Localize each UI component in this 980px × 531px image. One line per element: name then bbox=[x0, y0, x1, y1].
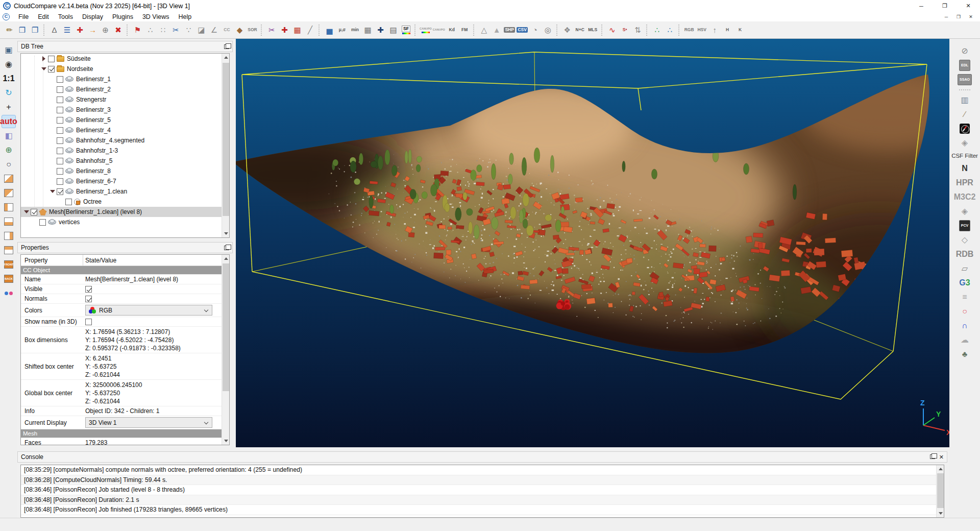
mdi-restore-icon[interactable]: ❐ bbox=[953, 13, 964, 20]
minimize-button[interactable]: ─ bbox=[910, 0, 933, 12]
tree-item[interactable]: Octree bbox=[21, 197, 229, 207]
toolbar-icon-plugin-puzzle[interactable]: ❖ bbox=[561, 23, 574, 36]
toolbar-icon-h-cloud[interactable]: H bbox=[721, 23, 734, 36]
toolbar-icon-match-scales-b[interactable]: ∴ bbox=[664, 23, 676, 36]
toolbar-icon-view-front[interactable] bbox=[2, 229, 16, 243]
toolbar-icon-rotate-view[interactable]: ↻ bbox=[2, 86, 16, 100]
mdi-child-icon[interactable]: C bbox=[3, 13, 10, 20]
toolbar-icon-delete[interactable]: ✖ bbox=[112, 23, 125, 36]
console-scrollbar[interactable] bbox=[936, 465, 944, 517]
toolbar-icon-normals-compute[interactable]: N+C bbox=[574, 23, 586, 36]
tree-item[interactable]: Berlinerstr_3 bbox=[21, 105, 229, 115]
toolbar-icon-export-csv[interactable]: CSV bbox=[516, 23, 529, 36]
toolbar-icon-display-options[interactable]: ▣ bbox=[2, 43, 16, 57]
toolbar-icon-kd-tree[interactable]: Kd bbox=[446, 23, 458, 36]
property-checkbox[interactable] bbox=[85, 286, 92, 293]
scroll-down-icon[interactable] bbox=[222, 437, 230, 445]
toolbar-icon-view-left[interactable] bbox=[2, 201, 16, 214]
toolbar-icon-view-right[interactable] bbox=[2, 215, 16, 228]
toolbar-icon-segment[interactable]: ✂ bbox=[169, 23, 182, 36]
properties-scrollbar[interactable] bbox=[222, 255, 229, 445]
close-button[interactable]: ✕ bbox=[957, 0, 980, 12]
toolbar-icon-compare-clouds[interactable]: CC bbox=[220, 23, 233, 36]
toolbar-icon-cloud-layers[interactable]: ≡ bbox=[958, 291, 972, 304]
toolbar-icon-clip-box[interactable]: ▦ bbox=[291, 23, 304, 36]
toolbar-icon-cloud-cloud-distance[interactable]: ✚ bbox=[374, 23, 387, 36]
toolbar-icon-pan-mode[interactable]: ⊕ bbox=[2, 143, 16, 157]
property-checkbox[interactable] bbox=[85, 319, 92, 325]
toolbar-icon-pick-rotation-center[interactable]: + bbox=[2, 101, 16, 114]
mdi-minimize-icon[interactable]: ─ bbox=[941, 13, 951, 20]
tree-item[interactable]: Bahnhofstr_4.segmented bbox=[21, 135, 229, 146]
tree-expander-icon[interactable] bbox=[50, 189, 55, 194]
toolbar-icon-min-distance[interactable]: min bbox=[349, 23, 361, 36]
tree-item[interactable]: Strengerstr bbox=[21, 94, 229, 105]
float-panel-icon[interactable] bbox=[224, 246, 229, 250]
menu-edit[interactable]: Edit bbox=[33, 12, 54, 21]
toolbar-icon-properties-list[interactable]: ☰ bbox=[61, 23, 74, 36]
scroll-up-icon[interactable] bbox=[222, 255, 230, 262]
visibility-checkbox[interactable] bbox=[57, 168, 63, 175]
toolbar-icon-hpr[interactable]: HPR bbox=[958, 176, 972, 189]
toolbar-icon-stereo-mode[interactable] bbox=[2, 286, 16, 300]
toolbar-icon-save[interactable]: ❒ bbox=[16, 23, 29, 36]
tree-item[interactable]: Berlinerstr_5 bbox=[21, 115, 229, 125]
dropdown-current-display[interactable]: 3D View 1 bbox=[85, 417, 212, 428]
visibility-checkbox[interactable] bbox=[57, 158, 63, 164]
toolbar-icon-g3-point[interactable]: G3 bbox=[958, 276, 972, 289]
visibility-checkbox[interactable] bbox=[39, 219, 46, 226]
toolbar-icon-pie-chart[interactable]: ◔ bbox=[529, 23, 542, 36]
visibility-checkbox[interactable] bbox=[57, 188, 63, 195]
mdi-close-icon[interactable]: ✕ bbox=[966, 13, 976, 20]
toolbar-icon-edl-shader[interactable]: EDL bbox=[958, 59, 972, 72]
menu-plugins[interactable]: Plugins bbox=[108, 12, 138, 21]
toolbar-icon-view-top[interactable] bbox=[2, 172, 16, 185]
toolbar-icon-shield-b[interactable]: ◈ bbox=[958, 205, 972, 218]
visibility-checkbox[interactable] bbox=[57, 107, 63, 113]
toolbar-icon-shield-a[interactable]: ◈ bbox=[958, 136, 972, 150]
toolbar-icon-m3c2[interactable]: M3C2 bbox=[958, 190, 972, 204]
toolbar-icon-lift-cloud[interactable]: ↑ bbox=[708, 23, 721, 36]
tree-item[interactable]: Berlinerstr_4 bbox=[21, 125, 229, 135]
dropdown-colors[interactable]: RGB bbox=[85, 305, 212, 316]
tree-item[interactable]: Südseite bbox=[21, 54, 229, 64]
scroll-up-icon[interactable] bbox=[222, 54, 230, 61]
3d-viewport[interactable]: Z Y X bbox=[236, 39, 949, 447]
toolbar-icon-mesh-delaunay[interactable]: △ bbox=[478, 23, 491, 36]
visibility-checkbox[interactable] bbox=[57, 96, 63, 103]
toolbar-icon-sor-filter[interactable]: SOR bbox=[246, 23, 259, 36]
toolbar-icon-hsv-filter[interactable]: HSV bbox=[696, 23, 708, 36]
visibility-checkbox[interactable] bbox=[48, 66, 55, 73]
tree-item[interactable]: Bahnhofstr_1-3 bbox=[21, 146, 229, 156]
db-tree-scrollbar[interactable] bbox=[222, 54, 229, 237]
toolbar-icon-spline[interactable]: ∿ bbox=[606, 23, 619, 36]
float-panel-icon[interactable] bbox=[224, 44, 229, 49]
tree-item[interactable]: Berlinerstr_1.clean bbox=[21, 186, 229, 197]
toolbar-icon-view-back-iso[interactable]: BACK bbox=[2, 272, 16, 285]
toolbar-icon-perspective-view[interactable]: ◧ bbox=[2, 129, 16, 142]
tree-item[interactable]: Berlinerstr_1 bbox=[21, 74, 229, 84]
toolbar-icon-compass[interactable] bbox=[958, 122, 972, 135]
visibility-checkbox[interactable] bbox=[57, 117, 63, 124]
scroll-down-icon[interactable] bbox=[222, 230, 230, 237]
toolbar-icon-view-back[interactable] bbox=[2, 244, 16, 257]
visibility-checkbox[interactable] bbox=[57, 137, 63, 144]
toolbar-icon-no-shader[interactable]: ⊘ bbox=[958, 44, 972, 58]
toolbar-icon-animation[interactable]: ▥ bbox=[958, 93, 972, 107]
toolbar-icon-globe[interactable]: ◎ bbox=[542, 23, 554, 36]
toolbar-icon-canupo-create[interactable]: CANUPO bbox=[419, 23, 432, 36]
toolbar-icon-density-sack[interactable]: ◆ bbox=[233, 23, 246, 36]
toolbar-icon-match-scales-a[interactable]: ∴ bbox=[651, 23, 664, 36]
toolbar-icon-fast-marching[interactable]: FM bbox=[458, 23, 471, 36]
float-panel-icon[interactable] bbox=[930, 454, 935, 459]
menu-file[interactable]: File bbox=[14, 12, 33, 21]
tree-item[interactable]: Berlinerstr_6-7 bbox=[21, 176, 229, 186]
toolbar-icon-subsample[interactable]: ∴ bbox=[144, 23, 157, 36]
toolbar-icon-histogram[interactable]: ▅ bbox=[323, 23, 336, 36]
tree-expander-icon[interactable] bbox=[41, 66, 46, 71]
toolbar-icon-sf-tools[interactable]: SF bbox=[400, 23, 412, 36]
toolbar-icon-level[interactable]: ∠ bbox=[208, 23, 220, 36]
toolbar-icon-mesh-sample[interactable]: ▲ bbox=[491, 23, 503, 36]
tree-item[interactable]: Berlinerstr_2 bbox=[21, 84, 229, 94]
toolbar-icon-screenshot[interactable]: ◉ bbox=[2, 58, 16, 71]
